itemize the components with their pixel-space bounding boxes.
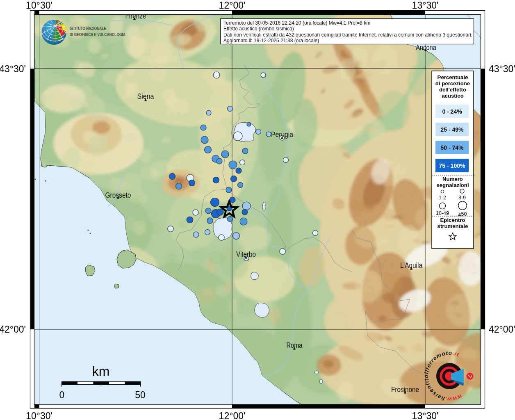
svg-text:12°00': 12°00' — [219, 411, 246, 420]
svg-text:ISTITUTO NAZIONALE: ISTITUTO NAZIONALE — [70, 26, 106, 31]
svg-text:Siena: Siena — [137, 92, 154, 100]
svg-text:0 - 24%: 0 - 24% — [442, 108, 462, 115]
svg-text:segnalazioni: segnalazioni — [436, 182, 469, 188]
svg-text:43°30': 43°30' — [0, 64, 26, 74]
svg-text:0: 0 — [59, 390, 65, 400]
svg-text:Frosinone: Frosinone — [391, 385, 419, 394]
svg-text:acustico: acustico — [442, 93, 464, 99]
svg-text:di percezione: di percezione — [435, 80, 470, 87]
svg-text:42°00': 42°00' — [489, 324, 515, 335]
svg-text:43°30': 43°30' — [489, 64, 515, 74]
svg-text:Viterbo: Viterbo — [236, 250, 256, 258]
svg-text:Roma: Roma — [287, 341, 303, 349]
svg-text:Aggiornato il: 19-12-2025 21:3: Aggiornato il: 19-12-2025 21:38 (ora loc… — [223, 38, 319, 43]
svg-text:Numero: Numero — [442, 176, 463, 182]
svg-text:50 - 74%: 50 - 74% — [440, 144, 464, 151]
svg-text:Percentuale: Percentuale — [438, 74, 468, 80]
svg-text:75 - 100%: 75 - 100% — [439, 162, 465, 169]
svg-text:50: 50 — [135, 390, 146, 400]
svg-text:13°30': 13°30' — [412, 411, 439, 420]
svg-text:10°30': 10°30' — [26, 411, 52, 420]
svg-text:10-49: 10-49 — [436, 210, 449, 216]
svg-text:Grosseto: Grosseto — [105, 191, 131, 199]
svg-text:DI GEOFISICA E VULCANOLOGIA: DI GEOFISICA E VULCANOLOGIA — [70, 32, 125, 37]
svg-text:10°30': 10°30' — [26, 0, 52, 11]
svg-text:Terremoto del 30-05-2016 22:24: Terremoto del 30-05-2016 22:24:20 (ora l… — [223, 20, 370, 26]
svg-text:km: km — [92, 364, 110, 379]
svg-text:strumentale: strumentale — [438, 223, 468, 229]
svg-text:Dati non verificati estratti d: Dati non verificati estratti da 432 ques… — [223, 32, 472, 38]
svg-text:dell'effetto: dell'effetto — [439, 87, 466, 93]
svg-text:Effetto acustico (rombo sismic: Effetto acustico (rombo sismico) — [223, 26, 294, 32]
svg-text:1-2: 1-2 — [439, 195, 446, 201]
svg-text:3-9: 3-9 — [458, 195, 466, 201]
svg-text:Epicentro: Epicentro — [440, 217, 465, 223]
svg-text:12°00': 12°00' — [219, 0, 246, 11]
svg-text:13°30': 13°30' — [412, 0, 439, 11]
svg-text:42°00': 42°00' — [0, 324, 26, 335]
svg-text:Perugia: Perugia — [271, 130, 293, 139]
svg-text:L’Aquila: L’Aquila — [400, 261, 422, 269]
svg-text:25 - 49%: 25 - 49% — [440, 126, 464, 133]
svg-text:Ancona: Ancona — [416, 43, 436, 52]
